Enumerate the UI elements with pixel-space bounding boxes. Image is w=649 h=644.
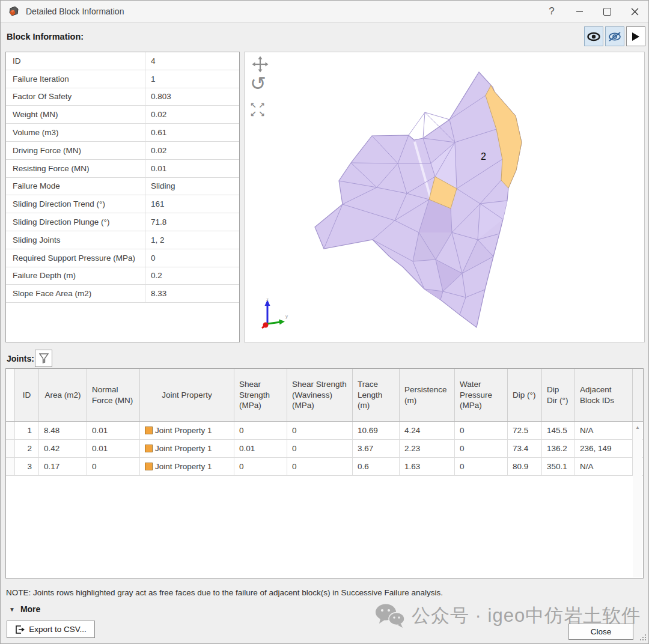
minimize-button[interactable]: [565, 1, 593, 22]
export-to-csv-button[interactable]: Export to CSV...: [7, 621, 95, 638]
table-row: Sliding Direction Trend (°)161: [6, 195, 239, 213]
joint-property-swatch: [145, 427, 153, 434]
table-row: Slope Face Area (m2)8.33: [6, 285, 239, 303]
table-row: Factor Of Safety0.803: [6, 88, 239, 106]
table-row: Weight (MN)0.02: [6, 106, 239, 124]
column-header[interactable]: Dip (°): [508, 369, 542, 421]
filter-joints-button[interactable]: [35, 350, 52, 367]
maximize-icon: [603, 8, 611, 16]
table-row: Volume (m3)0.61: [6, 124, 239, 142]
close-window-button[interactable]: [621, 1, 648, 22]
table-row: Failure Iteration1: [6, 70, 239, 88]
column-header[interactable]: Normal Force (MN): [87, 369, 140, 421]
close-icon: [631, 8, 639, 16]
header-scrollbar-stub: [633, 369, 643, 421]
joint-property-swatch: [145, 463, 153, 470]
block-id-label: 2: [481, 151, 486, 162]
column-header[interactable]: Dip Dir (°): [542, 369, 575, 421]
joints-table: ID Area (m2) Normal Force (MN) Joint Pro…: [5, 368, 644, 579]
vertical-scrollbar[interactable]: ▲: [633, 422, 642, 577]
joint-row[interactable]: 3 0.17 0 Joint Property 1 0 0 0.6 1.63 0…: [6, 458, 643, 476]
block-properties-table: ID4 Failure Iteration1 Factor Of Safety0…: [5, 52, 240, 342]
joint-property-swatch: [145, 445, 153, 452]
dialog-detailed-block-information: Detailed Block Information ? Block Infor…: [0, 0, 649, 644]
column-header[interactable]: Area (m2): [39, 369, 87, 421]
export-icon: [15, 625, 25, 634]
show-block-button[interactable]: [584, 26, 603, 46]
resize-grip[interactable]: [639, 634, 647, 642]
title-bar: Detailed Block Information ?: [1, 1, 648, 23]
column-header[interactable]: Shear Strength (MPa): [234, 369, 287, 421]
row-header-stub: [6, 369, 15, 421]
column-header[interactable]: Joint Property: [140, 369, 234, 421]
block-information-heading: Block Information:: [7, 32, 84, 41]
chevron-down-icon: ▼: [9, 606, 15, 613]
joints-table-header: ID Area (m2) Normal Force (MN) Joint Pro…: [6, 369, 643, 422]
eye-slash-icon: [608, 31, 622, 43]
maximize-button[interactable]: [593, 1, 621, 22]
table-row: Driving Force (MN)0.02: [6, 142, 239, 160]
column-header[interactable]: Shear Strength (Waviness) (MPa): [287, 369, 353, 421]
more-expander[interactable]: ▼ More: [9, 604, 40, 614]
eye-icon: [587, 32, 600, 41]
note-text: NOTE: Joints rows highlighted gray act a…: [6, 588, 443, 597]
window-title: Detailed Block Information: [26, 7, 124, 16]
block-mesh: [245, 52, 644, 342]
play-animation-button[interactable]: [626, 26, 645, 46]
zoom-extents-icon[interactable]: ↖↗ ↙↘: [250, 102, 267, 118]
svg-text:z: z: [266, 297, 269, 302]
play-icon: [632, 32, 640, 41]
wechat-icon: [374, 603, 406, 628]
minimize-icon: [576, 11, 583, 12]
table-row: Failure ModeSliding: [6, 178, 239, 196]
rotate-icon[interactable]: ↺: [250, 74, 266, 93]
column-header[interactable]: Adjacent Block IDs: [575, 369, 633, 421]
table-row: Sliding Joints1, 2: [6, 231, 239, 249]
column-header[interactable]: Water Pressure (MPa): [455, 369, 508, 421]
table-row: Sliding Direction Plunge (°)71.8: [6, 213, 239, 231]
svg-text:y: y: [285, 314, 288, 319]
joint-row[interactable]: 1 8.48 0.01 Joint Property 1 0 0 10.69 4…: [6, 422, 643, 440]
axis-triad: z y: [254, 296, 291, 333]
table-row: Required Support Pressure (MPa)0: [6, 249, 239, 267]
joints-heading: Joints:: [7, 354, 34, 363]
filter-icon: [39, 353, 49, 363]
column-header[interactable]: Trace Length (m): [353, 369, 400, 421]
help-button[interactable]: ?: [538, 1, 565, 22]
scroll-up-icon[interactable]: ▲: [633, 425, 642, 430]
column-header[interactable]: Persistence (m): [400, 369, 455, 421]
column-header[interactable]: ID: [15, 369, 39, 421]
table-row: ID4: [6, 52, 239, 70]
close-button[interactable]: Close: [568, 624, 633, 640]
joint-row[interactable]: 2 0.42 0.01 Joint Property 1 0.01 0 3.67…: [6, 440, 643, 458]
app-icon: [8, 5, 20, 17]
table-row: Resisting Force (MN)0.01: [6, 160, 239, 178]
hide-other-blocks-button[interactable]: [605, 26, 624, 46]
table-row: Failure Depth (m)0.2: [6, 267, 239, 285]
block-3d-viewport[interactable]: ↺ ↖↗ ↙↘ 2 z y: [244, 52, 645, 342]
